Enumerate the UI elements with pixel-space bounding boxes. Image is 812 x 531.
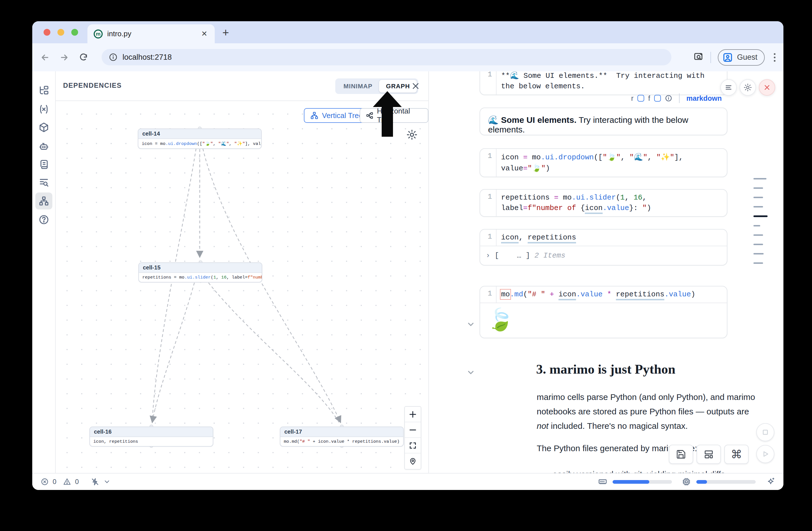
sidebar-item-file-tree[interactable] [35,82,52,99]
notebook-settings-button[interactable] [740,79,756,96]
browser-toolbar: localhost:2718 Guest [32,43,783,71]
f-checkbox[interactable] [654,95,661,102]
browser-tab-strip: m intro.py ✕ + [32,21,783,43]
zoom-in-button[interactable] [405,407,421,422]
browser-tab[interactable]: m intro.py ✕ [87,24,215,43]
line-number: 1 [480,190,496,216]
back-button[interactable] [39,51,52,64]
stop-icon [761,428,770,436]
cpu-icon [682,477,691,487]
new-tab-button[interactable]: + [222,26,229,39]
code-editor[interactable]: mo.md("# " + icon.value * repetitions.va… [496,286,727,303]
save-icon [676,449,686,459]
file-tree-icon [39,85,49,96]
stop-button[interactable] [756,423,774,441]
center-node-button[interactable] [405,454,421,469]
dependency-graph-icon [39,196,49,206]
graph-node-cell-17[interactable]: cell-17 mo.md("# " + icon.value * repeti… [280,427,404,447]
graph-node-cell-15[interactable]: cell-15 repetitions = mo.ui.slider(1, 16… [139,262,262,283]
code-editor[interactable]: repetitions = mo.ui.slider(1, 16, label=… [496,190,727,216]
zoom-out-button[interactable] [405,422,421,438]
sidebar-item-dependency-graph[interactable] [35,192,52,210]
code-cell-slider[interactable]: 1 repetitions = mo.ui.slider(1, 16, labe… [480,189,727,217]
robot-icon [39,141,49,152]
profile-button[interactable]: Guest [718,49,765,66]
traffic-maximize-button[interactable] [71,29,78,36]
code-editor[interactable]: icon = mo.ui.dropdown(["🍃", "🌊", "✨"], v… [496,149,727,177]
sidebar-item-packages[interactable] [35,119,52,136]
vertical-tree-label: Vertical Tree [322,111,363,120]
layout-button[interactable] [697,445,721,464]
close-icon [763,84,771,91]
horizontal-tree-button[interactable]: Horizontal Tree [360,108,429,123]
tab-minimap[interactable]: MINIMAP [337,80,379,92]
scroll-minimap[interactable] [753,178,770,272]
run-button[interactable] [756,445,774,463]
code-cell-tuple[interactable]: 1 icon, repetitions › [ … ] 2 Items [480,229,727,266]
r-toggle-label: r [631,94,634,102]
collapse-output-chevron[interactable] [466,320,475,329]
info-icon[interactable] [665,95,672,102]
sidebar-item-outline-search[interactable] [35,174,52,191]
code-editor[interactable]: icon, repetitions [496,230,727,246]
cell-menu-button[interactable] [720,79,737,96]
sidebar-item-ai-chat[interactable] [35,138,52,155]
cpu-usage-bar [696,480,756,484]
node-code: mo.md("# " + icon.value * repetitions.va… [280,437,403,446]
vertical-tree-button[interactable]: Vertical Tree [304,108,369,123]
sidebar-item-scratchpad[interactable] [35,156,52,173]
save-button[interactable] [669,445,693,464]
warnings-icon[interactable] [63,478,71,486]
dependency-graph-canvas[interactable]: Vertical Tree Horizontal Tree cell-14 ic… [56,101,429,473]
traffic-close-button[interactable] [44,29,50,36]
r-checkbox[interactable] [637,95,644,102]
address-bar[interactable]: localhost:2718 [102,49,671,66]
tab-search-button[interactable] [694,52,704,63]
graph-node-cell-14[interactable]: cell-14 icon = mo.ui.dropdown(["🍃", "🌊",… [138,129,262,149]
tab-title: intro.py [107,29,200,38]
markdown-source-cell[interactable]: 1 **🌊 Some UI elements.** Try interactin… [480,71,727,95]
errors-count: 0 [53,478,56,486]
markdown-cell-toolbar: r f markdown [631,94,722,103]
traffic-minimize-button[interactable] [57,29,64,36]
panel-close-button[interactable] [410,81,421,92]
ram-usage-bar [612,480,672,484]
sidebar-item-help[interactable] [35,211,52,228]
errors-icon[interactable] [41,478,49,486]
node-title: cell-17 [280,427,403,437]
ai-sparkle-icon[interactable] [766,477,775,487]
graph-zoom-controls [404,406,421,470]
code-editor[interactable]: **🌊 Some UI elements.** Try interacting … [496,71,727,95]
back-arrow-icon [40,53,50,62]
guest-avatar-icon [722,52,733,63]
shutdown-button[interactable] [759,79,775,96]
autorun-disabled-icon[interactable] [91,477,99,486]
code-cell-dropdown[interactable]: 1 icon = mo.ui.dropdown(["🍃", "🌊", "✨"],… [480,148,727,177]
node-code: repetitions = mo.ui.slider(1, 16, label=… [139,273,262,282]
markdown-output-text: 🌊 Some UI elements. Try interacting with… [480,108,727,135]
graph-settings-button[interactable] [406,129,418,142]
package-cube-icon [39,122,49,133]
dependencies-header: DEPENDENCIES MINIMAP GRAPH [56,71,429,101]
chevron-down-icon[interactable] [103,478,111,485]
sidebar-item-variables[interactable] [35,101,52,118]
collapse-section-chevron[interactable] [466,368,475,377]
url-text: localhost:2718 [122,53,172,62]
graph-node-cell-16[interactable]: cell-16 icon, repetitions [89,427,213,447]
browser-menu-button[interactable] [771,53,778,62]
line-number: 1 [480,230,496,246]
forward-button[interactable] [58,51,71,64]
gear-icon [406,129,418,141]
minus-icon [408,426,417,434]
code-cell-md[interactable]: 1 mo.md("# " + icon.value * repetitions.… [480,286,727,338]
expand-chevron[interactable]: › [486,252,490,260]
tab-close-icon[interactable]: ✕ [200,29,208,38]
fit-view-button[interactable] [405,438,421,454]
keyboard-shortcuts-button[interactable]: ⌘ [724,445,749,464]
help-icon [39,214,49,225]
section-paragraph-1: marimo cells parse Python (and only Pyth… [537,390,756,433]
warnings-count: 0 [75,478,79,486]
tuple-output[interactable]: › [ … ] 2 Items [480,246,727,265]
site-info-icon[interactable] [109,53,117,61]
reload-button[interactable] [77,51,90,64]
